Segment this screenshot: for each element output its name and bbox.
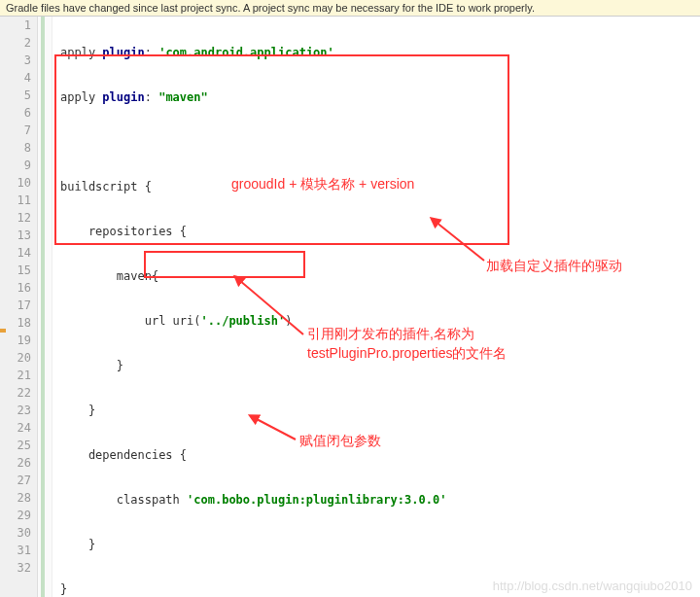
- sync-banner: Gradle files have changed since last pro…: [0, 0, 700, 17]
- line-number: 29: [4, 507, 31, 524]
- line-number: 26: [4, 454, 31, 472]
- line-number: 6: [4, 104, 31, 122]
- line-number: 30: [4, 524, 31, 542]
- line-number: 3: [4, 52, 31, 69]
- line-number: 24: [4, 419, 31, 437]
- line-number: 27: [4, 472, 31, 489]
- line-number: 23: [4, 402, 31, 419]
- line-number: 2: [4, 34, 31, 52]
- code-area[interactable]: apply plugin: 'com.android.application' …: [52, 17, 446, 597]
- line-number: 16: [4, 279, 31, 297]
- line-number: 11: [4, 192, 31, 209]
- line-number: 13: [4, 227, 31, 244]
- line-number: 14: [4, 244, 31, 262]
- change-marker: [41, 17, 45, 597]
- line-number: 32: [4, 559, 31, 577]
- line-number: 25: [4, 437, 31, 454]
- line-number: 7: [4, 122, 31, 139]
- line-number: 19: [4, 332, 31, 349]
- line-number: 1: [4, 17, 31, 34]
- line-number: 8: [4, 139, 31, 157]
- line-number: 22: [4, 384, 31, 402]
- line-number: 12: [4, 209, 31, 227]
- line-number: 5: [4, 87, 31, 104]
- line-number: 17: [4, 297, 31, 314]
- line-number: 21: [4, 367, 31, 384]
- line-gutter: 1234567891011121314151617181920212223242…: [0, 17, 38, 597]
- line-number: 10: [4, 174, 31, 192]
- watermark: http://blog.csdn.net/wangqiubo2010: [493, 579, 692, 593]
- line-number: 4: [4, 69, 31, 87]
- line-number: 18: [4, 314, 31, 332]
- line-number: 20: [4, 349, 31, 367]
- bookmark-marker: [0, 329, 6, 333]
- code-editor[interactable]: 1234567891011121314151617181920212223242…: [0, 17, 700, 597]
- line-number: 9: [4, 157, 31, 174]
- line-number: 31: [4, 542, 31, 559]
- line-number: 28: [4, 489, 31, 507]
- line-number: 15: [4, 262, 31, 279]
